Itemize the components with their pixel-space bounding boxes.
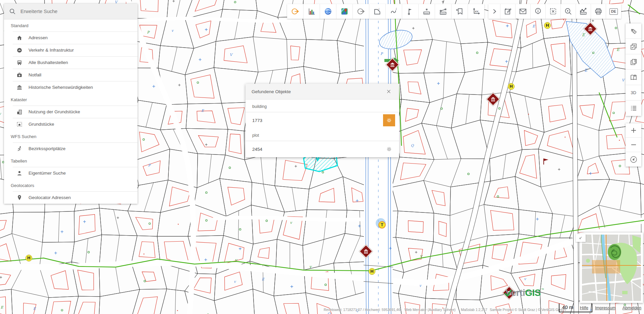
marker-taxi[interactable]: T	[378, 221, 386, 229]
popup-title: Gefundene Objekte	[252, 89, 291, 94]
result-row[interactable]: 1773	[246, 112, 399, 128]
legend-button[interactable]	[626, 101, 641, 116]
logo-text-gis: GIS	[525, 288, 541, 298]
marker-bus-stop[interactable]: H	[508, 83, 515, 90]
search-item-bezirkssportplaetze[interactable]: Bezirkssportplätze	[4, 142, 138, 155]
three-d-button[interactable]: 3D	[626, 85, 641, 101]
xy-axes-icon: XY	[472, 7, 481, 16]
marker-bus-stop[interactable]: H	[544, 22, 551, 29]
section-label-wfs-suchen: WFS Suchen	[4, 130, 138, 142]
polyline-info-icon	[389, 7, 398, 16]
search-item-grundstuecke[interactable]: Grundstücke	[4, 118, 138, 130]
zoom-in-button[interactable]	[626, 123, 641, 138]
tag-icon	[630, 27, 638, 35]
export-highlight-button[interactable]	[287, 4, 304, 19]
maptip-button[interactable]	[531, 4, 546, 19]
svg-text:E: E	[201, 109, 204, 113]
chart-button[interactable]	[304, 4, 320, 19]
statusbar-scale: Maßstab 1:2,257	[461, 306, 487, 314]
layer-select-button[interactable]	[626, 39, 641, 54]
export-button[interactable]	[353, 4, 369, 19]
logo-trademark: ™	[541, 287, 544, 291]
search-item-geolocator-adressen[interactable]: Geolocator Adressen	[4, 191, 138, 204]
marker-flag[interactable]	[542, 158, 549, 166]
clear-selection-icon	[549, 7, 557, 16]
result-row[interactable]: 2454	[246, 141, 399, 157]
marker-bus-stop[interactable]: H	[25, 255, 32, 261]
svg-text:Q: Q	[411, 143, 414, 147]
compass-arrow-icon	[630, 155, 638, 164]
first-aid-icon	[16, 72, 23, 78]
highlight-feature-button[interactable]	[383, 114, 395, 126]
search-header	[4, 4, 138, 19]
impressum-link[interactable]: Impressum	[595, 306, 616, 310]
transparency-button[interactable]	[626, 54, 641, 70]
search-item-historische-sehenswuerdigkeiten[interactable]: Historische Sehenswürdigkeiten	[4, 81, 138, 93]
runner-icon	[16, 145, 23, 152]
area-ruler-icon	[439, 7, 447, 16]
elevation-profile-icon	[579, 7, 588, 16]
flag-button[interactable]	[402, 4, 419, 19]
popup-close-button[interactable]	[384, 87, 393, 96]
svg-text:E: E	[532, 24, 535, 28]
zoom-out-button[interactable]	[626, 138, 641, 152]
atlas-button[interactable]	[626, 70, 641, 85]
coordinates-button[interactable]: XY	[468, 4, 484, 19]
help-link[interactable]: Hilfe	[580, 306, 588, 310]
search-item-label: Geolocator Adressen	[29, 195, 71, 200]
add-bookmark-button[interactable]	[451, 4, 468, 19]
home-icon	[16, 35, 23, 41]
svg-text:E: E	[262, 277, 265, 281]
search-item-alle-bushaltestellen[interactable]: Alle Bushaltestellen	[4, 56, 138, 69]
bus-icon	[16, 59, 23, 66]
mail-button[interactable]	[516, 4, 531, 19]
google-maps-icon	[340, 7, 349, 16]
search-item-adressen[interactable]: Adressen	[4, 32, 138, 44]
minimap-collapse-button[interactable]	[576, 234, 586, 242]
edit-button[interactable]	[500, 4, 516, 19]
measure-area-button[interactable]	[435, 4, 451, 19]
marker-bus-stop[interactable]: H	[369, 268, 375, 275]
ruler-icon	[422, 7, 431, 16]
compass-button[interactable]	[626, 152, 641, 167]
print-button[interactable]	[591, 4, 606, 19]
bookmark-plus-icon	[455, 7, 464, 16]
section-label-tabellen: Tabellen	[4, 155, 138, 167]
google-earth-button[interactable]	[320, 4, 336, 19]
tags-button[interactable]	[626, 23, 641, 39]
polyline-info-button[interactable]	[386, 4, 402, 19]
google-maps-button[interactable]	[336, 4, 353, 19]
measure-distance-button[interactable]	[419, 4, 435, 19]
search-item-label: Notfall	[29, 72, 41, 77]
advanced-search-input[interactable]	[20, 8, 133, 14]
envelope-icon	[519, 7, 527, 16]
result-value: 1773	[252, 118, 383, 123]
search-item-label: Verkehr & Infrastruktur	[29, 48, 74, 53]
clear-selection-button[interactable]	[546, 4, 561, 19]
transit-icon	[16, 47, 23, 54]
zoom-to-button[interactable]	[561, 4, 576, 19]
search-item-eigentuemer-suche[interactable]: Eigentümer Suche	[4, 167, 138, 179]
svg-text:E: E	[584, 68, 588, 73]
language-button[interactable]: DE	[606, 4, 621, 19]
svg-text:XY: XY	[475, 10, 478, 13]
language-label: DE	[609, 8, 618, 15]
search-item-verkehr-infrastruktur[interactable]: Verkehr & Infrastruktur	[4, 44, 138, 56]
profile-button[interactable]	[576, 4, 591, 19]
search-item-notfall[interactable]: Notfall	[4, 69, 138, 81]
expand-toolbar-button[interactable]	[488, 4, 500, 19]
logout-link[interactable]: Abmelden	[623, 306, 641, 310]
polygon-info-icon	[373, 7, 382, 16]
highlight-feature-button[interactable]	[383, 143, 395, 155]
search-item-label: Historische Sehenswürdigkeiten	[29, 85, 93, 90]
zoom-target-icon	[564, 7, 573, 16]
section-label-kataster: Kataster	[4, 93, 138, 106]
google-earth-icon	[324, 7, 332, 16]
search-item-nutzung-der-grundstuecke[interactable]: Nutzung der Grundstücke	[4, 106, 138, 118]
polygon-info-button[interactable]	[369, 4, 386, 19]
svg-text:E: E	[616, 47, 620, 52]
chevron-right-icon	[490, 7, 499, 16]
vertigis-check-icon	[504, 289, 513, 297]
overview-minimap[interactable]	[580, 233, 643, 303]
map-pin-icon	[16, 194, 23, 201]
